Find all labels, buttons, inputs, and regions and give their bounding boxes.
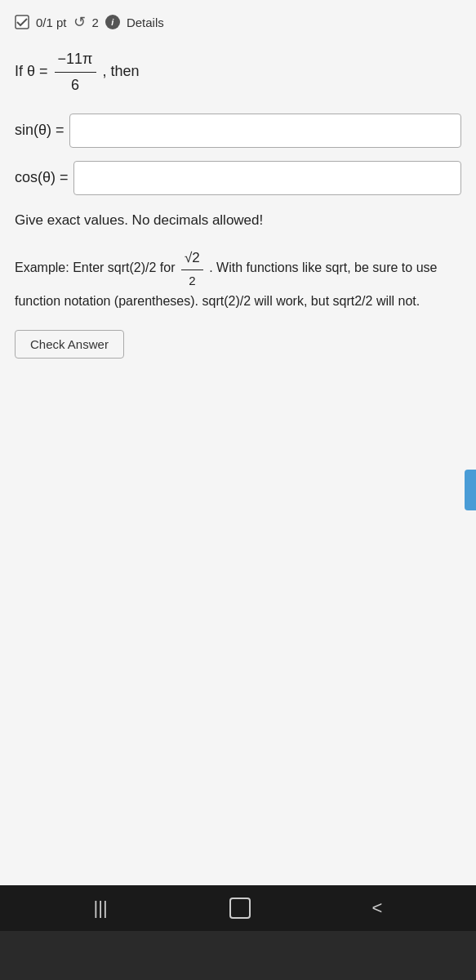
sin-label: sin(θ) = [15, 122, 65, 139]
bottom-bar [0, 931, 476, 980]
problem-section: If θ = −11π 6 , then sin(θ) = cos(θ) = [15, 47, 461, 195]
back-icon: < [372, 898, 383, 919]
menu-icon: ||| [93, 898, 107, 919]
theta-fraction: −11π 6 [55, 47, 96, 97]
header-bar: 0/1 pt ↺ 2 i Details [15, 13, 461, 31]
fraction-numerator: −11π [55, 47, 96, 73]
then-label: , then [103, 63, 140, 79]
sqrt-symbol: √2 [185, 247, 200, 269]
if-theta-label: If θ = [15, 63, 48, 79]
cos-label: cos(θ) = [15, 169, 69, 186]
instructions-text: Give exact values. No decimals allowed! [15, 210, 461, 231]
home-button[interactable] [229, 898, 251, 919]
example-text-1: Example: Enter sqrt(2)/2 for [15, 261, 176, 274]
score-text: 0/1 pt [36, 16, 67, 29]
example-section: Example: Enter sqrt(2)/2 for √2 2 . With… [15, 247, 461, 312]
sin-input-row: sin(θ) = [15, 114, 461, 148]
sqrt-denominator: 2 [185, 270, 198, 291]
sqrt-numerator: √2 [181, 247, 203, 270]
sqrt-fraction: √2 2 [181, 247, 203, 291]
sin-input[interactable] [69, 114, 461, 148]
menu-button[interactable]: ||| [93, 898, 107, 919]
home-icon [229, 898, 251, 919]
bottom-nav: ||| < [0, 885, 476, 931]
retry-icon[interactable]: ↺ [73, 13, 86, 31]
check-answer-button[interactable]: Check Answer [15, 330, 124, 359]
problem-statement: If θ = −11π 6 , then [15, 47, 461, 97]
cos-input[interactable] [73, 161, 461, 195]
details-link[interactable]: Details [127, 16, 164, 29]
info-icon[interactable]: i [105, 15, 120, 29]
back-button[interactable]: < [372, 898, 383, 919]
cos-input-row: cos(θ) = [15, 161, 461, 195]
side-tab[interactable] [465, 470, 476, 510]
fraction-denominator: 6 [68, 73, 82, 97]
retry-count: 2 [92, 16, 99, 29]
checkbox-icon [15, 15, 29, 29]
